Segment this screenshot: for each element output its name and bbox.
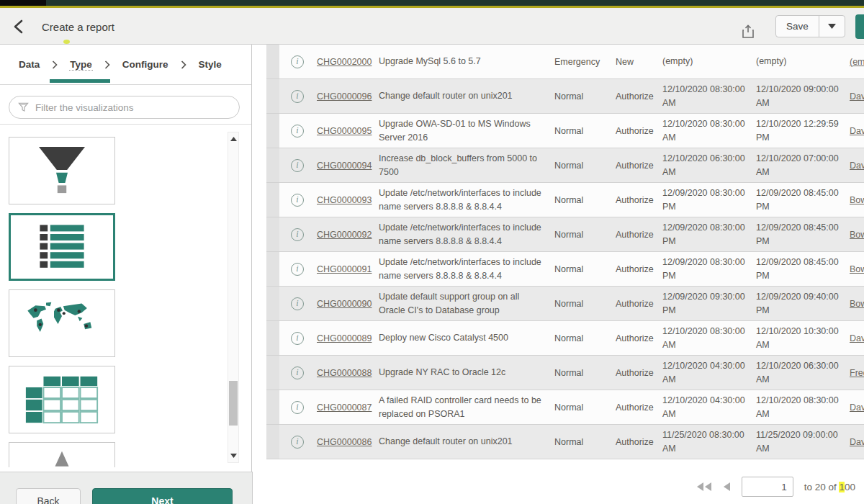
- row-gutter: [266, 148, 279, 182]
- page-number-input[interactable]: [742, 477, 793, 497]
- back-chevron-icon[interactable]: [12, 19, 27, 35]
- end-date-cell: 12/10/2020 12:29:59 PM: [752, 117, 845, 145]
- info-icon[interactable]: i: [291, 55, 304, 68]
- save-split-button: Save: [775, 15, 845, 37]
- table-row[interactable]: i CHG0000095 Upgrade OWA-SD-01 to MS Win…: [266, 114, 864, 148]
- change-number-link[interactable]: CHG0000087: [317, 402, 372, 413]
- table-row[interactable]: i CHG0000096 Change default router on un…: [266, 79, 864, 114]
- table-row[interactable]: i CHG0000093 Update /etc/network/interfa…: [266, 183, 864, 217]
- start-date-cell: (empty): [660, 55, 752, 68]
- next-button[interactable]: Next: [92, 488, 233, 504]
- save-button[interactable]: Save: [776, 16, 819, 37]
- end-date-cell: 12/09/2020 08:45:00 PM: [752, 256, 845, 283]
- start-date-cell: 12/09/2020 08:30:00 PM: [660, 221, 752, 248]
- row-gutter: [266, 356, 279, 390]
- assigned-link[interactable]: David: [850, 126, 864, 136]
- assigned-link[interactable]: (empty): [850, 57, 864, 67]
- priority-cell: Normal: [550, 161, 612, 171]
- viz-thumbnail-funnel[interactable]: [9, 137, 115, 204]
- scrollbar-thumb[interactable]: [229, 381, 238, 426]
- change-number-link[interactable]: CHG0000096: [317, 91, 372, 102]
- assigned-link[interactable]: Bow: [850, 230, 864, 240]
- info-icon[interactable]: i: [291, 366, 304, 379]
- step-data[interactable]: Data: [18, 59, 40, 70]
- chevron-right-icon: [52, 60, 58, 69]
- info-icon[interactable]: i: [291, 436, 304, 449]
- short-description: Upgrade NY RAC to Oracle 12c: [379, 366, 550, 379]
- change-number-link[interactable]: CHG0000095: [317, 126, 372, 136]
- end-date-cell: (empty): [752, 55, 845, 68]
- table-row[interactable]: i CHG0000087 A failed RAID controller ca…: [266, 390, 864, 425]
- state-cell: Authorize: [612, 126, 660, 136]
- table-row[interactable]: i CHG0000092 Update /etc/network/interfa…: [266, 217, 864, 252]
- viz-thumbnail-list[interactable]: [9, 213, 115, 281]
- info-icon[interactable]: i: [291, 297, 304, 310]
- priority-cell: Normal: [550, 437, 612, 447]
- clipped-right-button[interactable]: [855, 14, 864, 39]
- filter-input[interactable]: [35, 102, 230, 113]
- table-row[interactable]: i CHG0000086 Change default router on un…: [266, 425, 864, 459]
- change-number-link[interactable]: CHG0000094: [317, 161, 372, 171]
- info-icon[interactable]: i: [291, 90, 304, 103]
- change-number-link[interactable]: CHG0000092: [317, 230, 372, 240]
- change-number-link[interactable]: CHG0002000: [317, 57, 372, 67]
- assigned-link[interactable]: David: [850, 437, 864, 447]
- short-description: Update /etc/network/interfaces to includ…: [379, 221, 550, 248]
- step-configure[interactable]: Configure: [122, 59, 169, 70]
- start-date-cell: 12/10/2020 04:30:00 AM: [660, 359, 752, 387]
- assigned-link[interactable]: Bow: [850, 195, 864, 205]
- assigned-link[interactable]: David: [850, 333, 864, 343]
- viz-thumbnail-table[interactable]: [9, 366, 115, 433]
- table-row[interactable]: i CHG0000089 Deploy new Cisco Catalyst 4…: [266, 321, 864, 356]
- assigned-link[interactable]: David: [850, 161, 864, 171]
- back-button[interactable]: Back: [16, 488, 81, 504]
- share-icon[interactable]: [740, 24, 756, 40]
- previous-page-icon[interactable]: [723, 482, 731, 491]
- change-number-link[interactable]: CHG0000093: [317, 195, 372, 205]
- info-icon[interactable]: i: [291, 401, 304, 414]
- table-row[interactable]: i CHG0002000 Upgrade MySql 5.6 to 5.7 Em…: [266, 45, 864, 79]
- info-icon[interactable]: i: [291, 263, 304, 276]
- change-number-link[interactable]: CHG0000091: [317, 264, 372, 274]
- scroll-up-icon[interactable]: [228, 134, 238, 144]
- assigned-link[interactable]: Fred: [850, 368, 864, 378]
- scroll-down-icon[interactable]: [228, 451, 238, 461]
- first-page-icon[interactable]: [696, 482, 712, 491]
- info-icon[interactable]: i: [291, 125, 304, 138]
- funnel-chart-icon: [27, 142, 96, 199]
- info-icon[interactable]: i: [291, 332, 304, 345]
- step-type[interactable]: Type: [69, 59, 93, 71]
- table-row[interactable]: i CHG0000090 Update default support grou…: [266, 287, 864, 321]
- assigned-link[interactable]: Bow: [850, 264, 864, 274]
- top-browser-strip: [0, 0, 864, 6]
- table-row[interactable]: i CHG0000091 Update /etc/network/interfa…: [266, 252, 864, 287]
- change-number-link[interactable]: CHG0000090: [317, 299, 372, 309]
- change-number-link[interactable]: CHG0000088: [317, 368, 372, 378]
- chevron-right-icon: [181, 60, 186, 69]
- table-row[interactable]: i CHG0000088 Upgrade NY RAC to Oracle 12…: [266, 356, 864, 390]
- assigned-link[interactable]: David: [850, 91, 864, 102]
- change-number-link[interactable]: CHG0000086: [317, 437, 372, 447]
- start-date-cell: 12/10/2020 04:30:00 AM: [660, 394, 752, 421]
- info-icon[interactable]: i: [291, 159, 304, 172]
- short-description: Update /etc/network/interfaces to includ…: [379, 256, 550, 283]
- assigned-link[interactable]: Bow: [850, 299, 864, 309]
- priority-cell: Normal: [550, 402, 612, 413]
- sidebar-scrollbar[interactable]: [228, 132, 239, 463]
- change-number-link[interactable]: CHG0000089: [317, 333, 372, 343]
- pyramid-chart-icon: [27, 447, 96, 467]
- end-date-cell: 11/25/2020 09:00:00 AM: [752, 428, 845, 456]
- short-description: Increase db_block_buffers from 5000 to 7…: [379, 152, 550, 179]
- row-range-label: to 20 of 100: [804, 482, 855, 492]
- save-dropdown-button[interactable]: [819, 16, 845, 37]
- assigned-link[interactable]: David: [850, 402, 864, 413]
- step-style[interactable]: Style: [198, 59, 222, 70]
- info-icon[interactable]: i: [291, 228, 304, 241]
- top-strip-black-segment: [0, 0, 46, 6]
- highlighted-digit: 1: [839, 482, 845, 492]
- table-row[interactable]: i CHG0000094 Increase db_block_buffers f…: [266, 148, 864, 183]
- info-icon[interactable]: i: [291, 194, 304, 207]
- viz-thumbnail-pyramid[interactable]: [9, 442, 115, 467]
- state-cell: Authorize: [612, 195, 660, 205]
- viz-thumbnail-map[interactable]: [9, 289, 115, 357]
